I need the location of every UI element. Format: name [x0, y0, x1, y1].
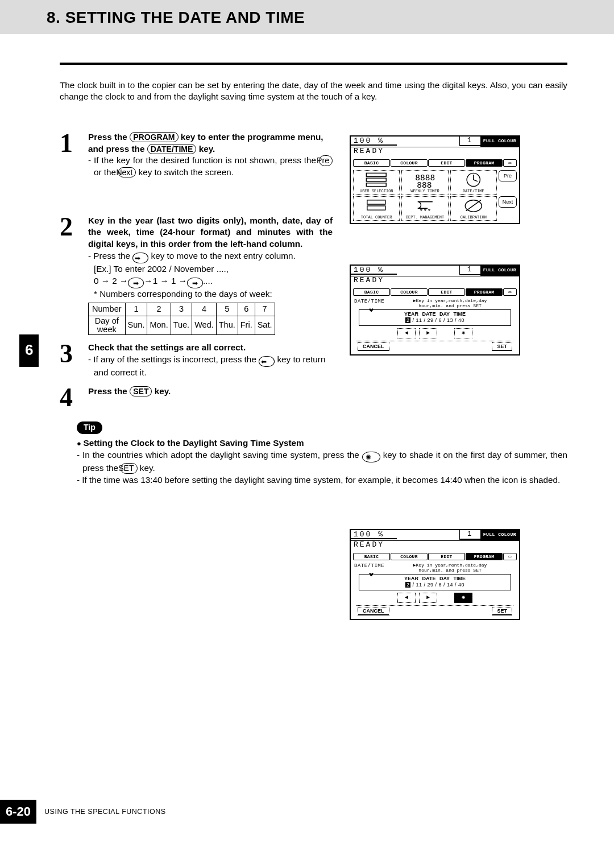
lcd-right-button[interactable]: ►	[419, 593, 437, 603]
step-4-number: 4	[60, 386, 77, 409]
lcd-pre-button[interactable]: Pre	[499, 170, 517, 181]
lcd-btn-date-time[interactable]: DATE/TIME	[450, 170, 497, 195]
set-key: SET	[121, 463, 137, 473]
lcd-dst-button[interactable]: ✺	[454, 328, 472, 338]
lcd-tab-jobstatus-icon[interactable]: ▭	[503, 553, 517, 560]
lcd-dst-button-active[interactable]: ✺	[454, 593, 472, 603]
next-key: Next	[118, 167, 136, 177]
svg-rect-9	[367, 206, 385, 210]
lcd-next-button[interactable]: Next	[499, 196, 517, 208]
lcd-subtitle: DATE/TIME	[354, 299, 384, 309]
right-arrow-icon: ➡	[187, 278, 203, 288]
lcd-btn-dept-management[interactable]: ***DEPT. MANAGEMENT	[401, 196, 448, 221]
lcd-status: READY	[351, 147, 519, 159]
step-4-heading: Press the SET key.	[88, 386, 171, 396]
footer-chapter-title: USING THE SPECIAL FUNCTIONS	[44, 807, 166, 817]
intro-paragraph: The clock built in to the copier can be …	[60, 63, 567, 109]
day-of-week-table: Number 1 2 3 4 5 6 7 Day ofweek Sun. Mon…	[88, 303, 275, 335]
lcd-tab-jobstatus-icon[interactable]: ▭	[503, 288, 517, 296]
lcd-tab-program[interactable]: PROGRAM	[466, 159, 503, 167]
lcd-dt-columns: YEAR DATE DAY TIME	[360, 311, 509, 317]
svg-rect-2	[367, 183, 387, 187]
svg-rect-0	[367, 173, 387, 176]
lcd-tab-basic[interactable]: BASIC	[353, 288, 390, 296]
sun-icon: ✺	[362, 452, 380, 462]
step-2-number: 2	[60, 215, 77, 335]
svg-text:888: 888	[417, 180, 432, 188]
lcd-right-button[interactable]: ►	[419, 328, 437, 338]
lcd-btn-calibration[interactable]: CALIBRATION	[450, 196, 497, 221]
lcd-job-count: 1	[459, 137, 480, 146]
pre-key: Pre	[319, 155, 333, 166]
svg-rect-8	[367, 200, 385, 204]
tip-detail-2: If the time was 13:40 before setting the…	[77, 474, 567, 486]
lcd-btn-total-counter[interactable]: TOTAL COUNTER	[353, 196, 400, 221]
section-number: 8.	[47, 9, 60, 26]
step-1-detail: If the key for the desired function is n…	[88, 155, 333, 178]
lcd-tab-jobstatus-icon[interactable]: ▭	[503, 159, 517, 167]
lcd-tab-edit[interactable]: EDIT	[428, 288, 465, 296]
lcd-dt-values: 2 / 11 / 29 / 6 / 13 / 40	[360, 317, 509, 323]
lcd-tab-program[interactable]: PROGRAM	[466, 288, 503, 296]
program-key: PROGRAM	[130, 132, 178, 142]
lcd-tab-program[interactable]: PROGRAM	[466, 553, 503, 560]
left-arrow-icon: ⬅	[259, 356, 275, 367]
step-1-heading: Press the PROGRAM key to enter the progr…	[88, 132, 323, 154]
lcd-tab-colour[interactable]: COLOUR	[391, 553, 428, 560]
section-title: SETTING THE DATE AND TIME	[65, 9, 305, 26]
tip-detail-1: In the countries which adopt the dayligh…	[77, 449, 567, 474]
step-2-example-label: [Ex.] To enter 2002 / November ....,	[88, 263, 333, 275]
lcd-btn-weekly-timer[interactable]: 8888888WEEKLY TIMER	[401, 170, 448, 195]
page-number: 6-20	[0, 800, 36, 824]
step-2-detail-1: Press the ➡ key to move to the next entr…	[88, 250, 333, 264]
lcd-set-button[interactable]: SET	[492, 342, 512, 351]
lcd-left-button[interactable]: ◄	[397, 328, 416, 338]
lcd-panel-datetime-1: 100 % 1 FULL COLOUR READY BASIC COLOUR E…	[350, 264, 520, 356]
step-3-heading: Check that the settings are all correct.	[88, 342, 246, 352]
set-key: SET	[130, 386, 152, 396]
lcd-btn-user-selection[interactable]: USER SELECTION	[353, 170, 400, 195]
step-3-detail: If any of the settings is incorrect, pre…	[88, 354, 333, 379]
lcd-dt-values: 2 / 11 / 29 / 6 / 14 / 40	[360, 582, 509, 588]
lcd-tab-edit[interactable]: EDIT	[428, 159, 465, 167]
lcd-cancel-button[interactable]: CANCEL	[358, 607, 389, 615]
lcd-tab-basic[interactable]: BASIC	[353, 159, 390, 167]
lcd-tab-basic[interactable]: BASIC	[353, 553, 390, 560]
step-1-number: 1	[60, 131, 77, 179]
step-2-example-seq: 0 → 2 →➡→1 → 1 →➡....	[88, 275, 333, 289]
step-2-note: * Numbers corresponding to the days of w…	[88, 288, 333, 300]
lcd-hint: ▶Key in year,month,date,dayhour,min. and…	[384, 299, 516, 309]
svg-rect-1	[367, 178, 387, 181]
section-header: 8. SETTING THE DATE AND TIME	[0, 0, 614, 34]
lcd-panel-datetime-2: 100 % 1 FULL COLOUR READY BASIC COLOUR E…	[350, 529, 520, 621]
lcd-tab-colour[interactable]: COLOUR	[391, 288, 428, 296]
lcd-tab-edit[interactable]: EDIT	[428, 553, 465, 560]
lcd-cancel-button[interactable]: CANCEL	[358, 342, 389, 351]
step-2-heading: Key in the year (last two digits only), …	[88, 215, 333, 250]
lcd-set-button[interactable]: SET	[492, 607, 512, 615]
right-arrow-icon: ➡	[128, 278, 144, 288]
lcd-tab-colour[interactable]: COLOUR	[391, 159, 428, 167]
tip-title: Setting the Clock to the Daylight Saving…	[77, 438, 304, 448]
svg-line-7	[474, 180, 478, 181]
page-footer: 6-20 USING THE SPECIAL FUNCTIONS	[0, 800, 166, 824]
lcd-colour-mode: FULL COLOUR	[480, 137, 519, 147]
lcd-panel-program-menu: 100 % 1 FULL COLOUR READY BASIC COLOUR E…	[350, 135, 520, 224]
tip-badge: Tip	[77, 421, 102, 434]
svg-text:***: ***	[419, 208, 431, 215]
step-3-number: 3	[60, 342, 77, 379]
date-time-key: DATE/TIME	[147, 144, 197, 154]
lcd-zoom: 100	[354, 137, 372, 145]
right-arrow-icon: ➡	[132, 253, 148, 263]
lcd-left-button[interactable]: ◄	[397, 593, 416, 603]
